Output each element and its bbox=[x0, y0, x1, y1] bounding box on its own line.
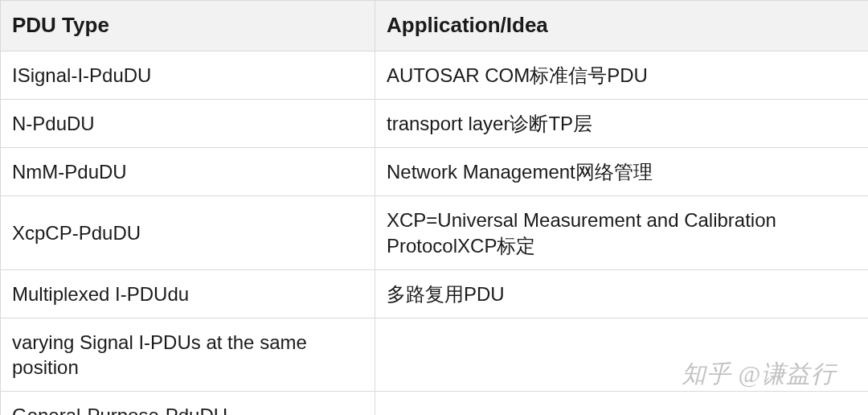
table-row: General-Purpose-PduDU — bbox=[1, 392, 869, 415]
table-header-row: PDU Type Application/Idea bbox=[1, 1, 869, 51]
cell-application: transport layer诊断TP层 bbox=[375, 99, 869, 147]
table-row: N-PduDU transport layer诊断TP层 bbox=[1, 99, 869, 147]
pdu-type-table: PDU Type Application/Idea ISignal-I-PduD… bbox=[0, 0, 868, 415]
cell-application: 多路复用PDU bbox=[375, 269, 869, 318]
table-row: ISignal-I-PduDU AUTOSAR COM标准信号PDU bbox=[1, 51, 869, 99]
header-pdu-type: PDU Type bbox=[1, 1, 375, 51]
cell-pdu-type: General-Purpose-PduDU bbox=[1, 392, 375, 415]
header-application: Application/Idea bbox=[375, 1, 869, 51]
cell-pdu-type: ISignal-I-PduDU bbox=[1, 51, 375, 99]
cell-application: AUTOSAR COM标准信号PDU bbox=[375, 51, 869, 99]
table-row: NmM-PduDU Network Management网络管理 bbox=[1, 148, 869, 196]
cell-pdu-type: Multiplexed I-PDUdu bbox=[1, 269, 375, 318]
cell-pdu-type: XcpCP-PduDU bbox=[1, 196, 375, 269]
table-row: Multiplexed I-PDUdu 多路复用PDU bbox=[1, 269, 869, 318]
cell-application: — bbox=[375, 392, 869, 415]
table-row: varying Signal I-PDUs at the same positi… bbox=[1, 318, 869, 391]
cell-application bbox=[375, 318, 869, 391]
cell-pdu-type: varying Signal I-PDUs at the same positi… bbox=[1, 318, 375, 391]
cell-pdu-type: N-PduDU bbox=[1, 99, 375, 147]
table-row: XcpCP-PduDU XCP=Universal Measurement an… bbox=[1, 196, 869, 269]
cell-application: Network Management网络管理 bbox=[375, 148, 869, 196]
cell-pdu-type: NmM-PduDU bbox=[1, 148, 375, 196]
cell-application: XCP=Universal Measurement and Calibratio… bbox=[375, 196, 869, 269]
